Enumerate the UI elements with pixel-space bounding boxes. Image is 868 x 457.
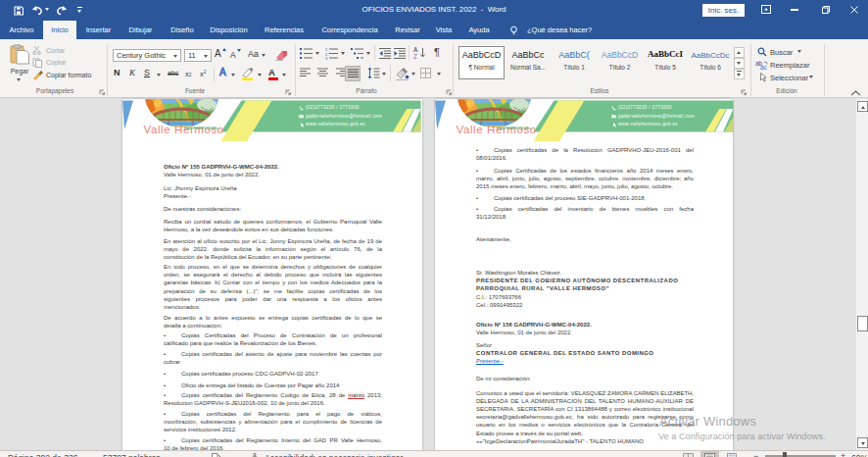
svg-text:ac: ac [760, 64, 768, 70]
svg-text:Z: Z [413, 53, 417, 60]
svg-text:A: A [413, 46, 418, 53]
svg-text:3: 3 [325, 56, 328, 60]
